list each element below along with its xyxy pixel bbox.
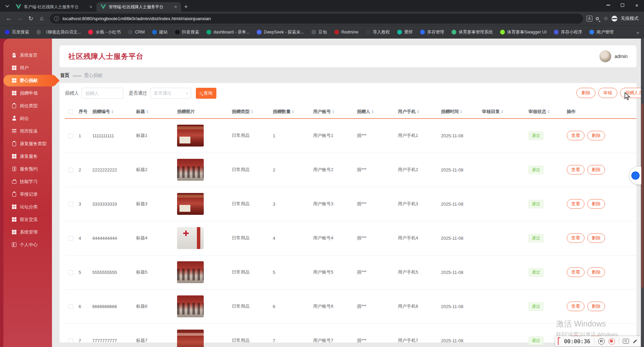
column-header[interactable]: 捐赠人	[353, 105, 394, 119]
view-button[interactable]: 查看	[567, 131, 585, 140]
bookmark-star-icon[interactable]: ☆	[604, 15, 608, 22]
donation-photo[interactable]	[177, 295, 204, 317]
column-header[interactable]: 审核状态	[525, 105, 563, 119]
toolbar-action-1[interactable]: 审核	[598, 88, 617, 98]
row-checkbox[interactable]	[68, 270, 73, 275]
view-button[interactable]: 查看	[567, 267, 585, 277]
tab-close-icon[interactable]: ×	[88, 4, 94, 10]
sidebar-item-13[interactable]: 留言交流	[3, 213, 52, 226]
delete-button[interactable]: 删除	[587, 267, 605, 277]
column-header[interactable]: 捐赠类型	[228, 105, 269, 119]
delete-button[interactable]: 删除	[587, 302, 605, 311]
row-checkbox[interactable]	[68, 236, 73, 241]
minimize-button[interactable]	[601, 0, 615, 10]
reload-icon[interactable]: ↻	[26, 14, 36, 23]
delete-button[interactable]: 删除	[587, 199, 605, 209]
sort-carets-icon[interactable]	[548, 110, 550, 113]
sort-carets-icon[interactable]	[251, 110, 253, 113]
donor-input[interactable]	[82, 88, 123, 99]
sidebar-item-8[interactable]: 康复服务	[3, 150, 52, 163]
sidebar-item-1[interactable]: 用户	[3, 61, 52, 74]
bookmark-item-8[interactable]: 豆包	[311, 29, 327, 35]
column-header[interactable]: 用户手机	[394, 105, 438, 119]
tab-close-icon[interactable]: ×	[173, 4, 178, 10]
view-button[interactable]: 查看	[567, 199, 585, 209]
donation-photo[interactable]	[177, 330, 204, 347]
row-checkbox[interactable]	[68, 304, 73, 309]
column-header[interactable]: 捐赠数量	[269, 105, 310, 119]
pause-icon[interactable]	[598, 338, 605, 345]
new-tab-button[interactable]: +	[181, 2, 191, 12]
bookmark-item-4[interactable]: 建站	[152, 29, 168, 35]
delete-button[interactable]: 删除	[587, 233, 605, 243]
sidebar-item-15[interactable]: 个人中心	[3, 238, 52, 251]
sort-carets-icon[interactable]	[332, 110, 334, 113]
site-info-icon[interactable]: i	[54, 16, 59, 21]
bookmark-item-15[interactable]: 库存小程序	[554, 29, 582, 35]
donation-photo[interactable]	[177, 193, 204, 215]
sidebar-item-7[interactable]: 康复服务类型	[3, 137, 52, 150]
sidebar-item-5[interactable]: 岗位	[3, 112, 52, 125]
url-bar[interactable]: i localhost:8080/springboote1m86k0r/admi…	[50, 14, 583, 24]
breadcrumb-home[interactable]: 首页	[60, 72, 69, 79]
sort-carets-icon[interactable]	[146, 110, 148, 113]
bookmark-item-11[interactable]: 爱辞	[397, 29, 413, 35]
pass-select[interactable]: 是否通过	[150, 88, 191, 99]
column-header[interactable]: 标题	[133, 105, 174, 119]
user-menu[interactable]: admin	[599, 50, 628, 63]
sort-carets-icon[interactable]	[460, 110, 462, 113]
row-checkbox[interactable]	[68, 168, 73, 172]
sidebar-item-11[interactable]: 举报记录	[3, 188, 52, 200]
browser-tab-client[interactable]: 客户端-社区残障人士服务平台 ×	[12, 2, 96, 12]
sort-carets-icon[interactable]	[111, 110, 113, 113]
back-icon[interactable]: ←	[4, 14, 14, 23]
view-button[interactable]: 查看	[567, 302, 585, 311]
sidebar-item-10[interactable]: 技能学习	[3, 175, 52, 188]
toolbar-action-0[interactable]: 删除	[576, 88, 595, 98]
bookmark-item-3[interactable]: CRM	[128, 30, 145, 34]
browser-tab-admin[interactable]: 管理端-社区残障人士服务平台 ×	[96, 2, 181, 12]
sort-carets-icon[interactable]	[292, 110, 294, 113]
maximize-button[interactable]	[615, 0, 630, 10]
delete-button[interactable]: 删除	[587, 131, 605, 140]
scrollbar-thumb[interactable]	[641, 103, 643, 288]
bookmark-item-14[interactable]: 体育赛事Swagger UI	[500, 29, 547, 35]
sort-carets-icon[interactable]	[501, 110, 503, 113]
view-button[interactable]: 查看	[567, 233, 585, 243]
sort-carets-icon[interactable]	[417, 110, 419, 113]
translate-icon[interactable]: A	[587, 16, 592, 22]
bookmark-item-0[interactable]: 百度搜索	[5, 29, 29, 35]
delete-button[interactable]: 删除	[587, 165, 605, 175]
sidebar-item-14[interactable]: 系统管理	[3, 226, 52, 238]
column-header[interactable]: 捐赠编号	[89, 105, 133, 119]
search-button[interactable]: 查询	[196, 88, 216, 99]
column-header[interactable]: 审核回复	[479, 105, 525, 119]
bookmark-item-9[interactable]: Redmine	[334, 30, 359, 34]
row-checkbox[interactable]	[68, 202, 73, 207]
sidebar-item-12[interactable]: 论坛分类	[3, 200, 52, 213]
record-stop-icon[interactable]	[608, 338, 615, 345]
bookmarks-overflow-icon[interactable]: »	[636, 29, 639, 35]
close-button[interactable]: ×	[630, 0, 644, 10]
camera-icon[interactable]	[623, 339, 629, 344]
sidebar-item-4[interactable]: 岗位类型	[3, 99, 52, 112]
sort-carets-icon[interactable]	[372, 110, 374, 113]
bookmark-item-10[interactable]: 导入教程	[366, 29, 390, 35]
bookmark-item-5[interactable]: 抖音搜索	[175, 29, 199, 35]
view-button[interactable]: 查看	[567, 165, 585, 175]
donation-photo[interactable]	[177, 227, 204, 249]
donation-photo[interactable]	[177, 125, 204, 147]
select-all-checkbox[interactable]	[68, 109, 73, 114]
zoom-icon[interactable]	[596, 17, 599, 20]
donation-photo[interactable]	[177, 261, 204, 283]
sidebar-item-0[interactable]: 系统首页	[3, 49, 52, 61]
bookmark-item-13[interactable]: 体育赛事管理系统	[452, 29, 493, 35]
pencil-icon[interactable]	[633, 339, 637, 343]
scrollbar[interactable]	[641, 39, 644, 347]
sidebar-item-9[interactable]: 服务预约	[3, 163, 52, 175]
bookmark-item-1[interactable]: 《聊斋志异白话文...	[36, 29, 81, 35]
bookmark-item-6[interactable]: dashboard - 录单...	[206, 29, 250, 35]
row-checkbox[interactable]	[68, 338, 73, 343]
bookmark-item-16[interactable]: 商户管理	[589, 29, 614, 35]
donation-photo[interactable]	[177, 159, 204, 181]
